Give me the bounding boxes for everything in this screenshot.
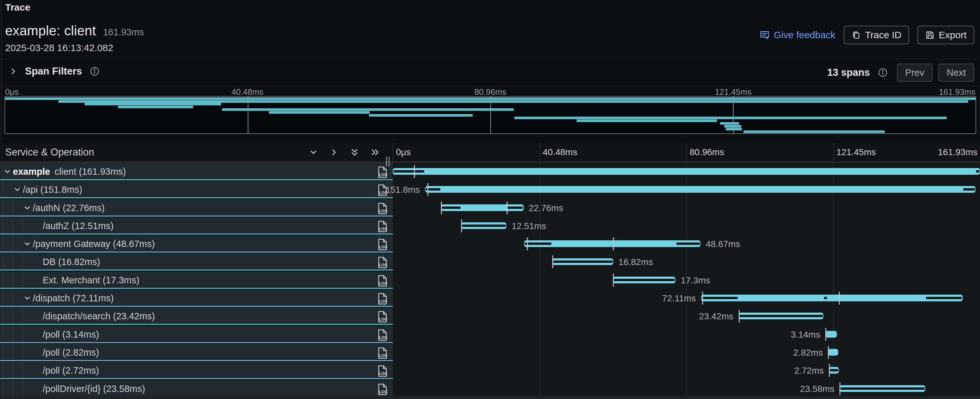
- span-timeline-cell[interactable]: 17.3ms: [393, 271, 980, 289]
- span-name-cell[interactable]: /poll (3.14ms)LOG: [0, 326, 393, 343]
- indent-guide: [13, 217, 13, 233]
- log-icon[interactable]: LOG: [377, 310, 388, 323]
- span-name-cell[interactable]: Ext. Merchant (17.3ms)LOG: [0, 271, 393, 289]
- indent-guide: [3, 217, 3, 233]
- trace-view: Trace example: client 161.93ms 2025-03-2…: [0, 0, 980, 399]
- span-bar[interactable]: [393, 168, 980, 175]
- log-icon[interactable]: LOG: [377, 292, 388, 305]
- collapse-chevron-icon[interactable]: [13, 185, 22, 194]
- span-duration-label: 16.82ms: [618, 257, 653, 267]
- span-bar[interactable]: [825, 331, 837, 338]
- critical-path-overlay: [553, 260, 612, 263]
- collapse-chevron-icon[interactable]: [23, 294, 32, 302]
- next-span-button[interactable]: Next: [938, 64, 974, 81]
- span-name-cell[interactable]: /dispatch/search (23.42ms)LOG: [0, 308, 393, 325]
- header-actions: Give feedback Trace ID Export: [759, 26, 974, 44]
- svg-text:LOG: LOG: [379, 389, 387, 394]
- span-timeline-cell[interactable]: 12.51ms: [393, 217, 980, 235]
- expand-all-icon[interactable]: [370, 147, 380, 157]
- svg-text:LOG: LOG: [379, 353, 387, 358]
- give-feedback-label: Give feedback: [774, 30, 835, 40]
- collapse-chevron-icon[interactable]: [23, 239, 32, 248]
- critical-path-overlay: [614, 279, 675, 281]
- log-icon[interactable]: LOG: [377, 365, 388, 377]
- span-timeline-cell[interactable]: 22.76ms: [393, 199, 980, 217]
- log-icon[interactable]: LOG: [377, 256, 388, 269]
- expand-one-icon[interactable]: [329, 147, 339, 157]
- span-name-cell[interactable]: /dispatch (72.11ms)LOG: [0, 289, 393, 307]
- span-filters-toggle[interactable]: Span Filters: [9, 65, 100, 77]
- span-name-cell[interactable]: /pollDriver/{id} (23.58ms)LOG: [0, 380, 393, 397]
- service-operation-title: Service & Operation: [5, 147, 94, 158]
- span-row[interactable]: /api (151.8ms)LOG151.8ms: [0, 181, 980, 199]
- span-name-cell[interactable]: /payment Gateway (48.67ms)LOG: [0, 235, 393, 252]
- minimap-tick-label: 0μs: [5, 87, 19, 97]
- log-icon[interactable]: LOG: [377, 329, 388, 342]
- span-timeline-cell[interactable]: 151.8ms: [393, 181, 980, 199]
- span-bar[interactable]: [425, 186, 976, 193]
- span-timeline-cell[interactable]: 2.72ms: [393, 362, 980, 380]
- collapse-all-icon[interactable]: [350, 147, 360, 157]
- span-timeline-cell[interactable]: [393, 163, 980, 181]
- collapse-chevron-icon[interactable]: [23, 204, 32, 212]
- span-name-cell[interactable]: /authZ (12.51ms)LOG: [0, 217, 393, 235]
- span-timeline-cell[interactable]: 16.82ms: [393, 253, 980, 271]
- export-button[interactable]: Export: [918, 26, 974, 44]
- span-row[interactable]: /dispatch/search (23.42ms)LOG23.42ms: [0, 308, 980, 326]
- log-icon[interactable]: LOG: [377, 383, 388, 396]
- span-row[interactable]: Ext. Merchant (17.3ms)LOG17.3ms: [0, 271, 980, 289]
- give-feedback-link[interactable]: Give feedback: [759, 30, 835, 40]
- span-timeline-cell[interactable]: 72.11ms: [393, 289, 980, 308]
- trace-duration: 161.93ms: [103, 27, 144, 38]
- span-name-cell[interactable]: /api (151.8ms)LOG: [0, 181, 393, 198]
- span-row[interactable]: /payment Gateway (48.67ms)LOG48.67ms: [0, 235, 980, 253]
- span-timeline-cell[interactable]: 23.58ms: [393, 380, 980, 398]
- indent-guide: [13, 308, 13, 324]
- span-row[interactable]: exampleclient (161.93ms)LOG: [0, 163, 980, 181]
- span-name-cell[interactable]: /poll (2.82ms)LOG: [0, 344, 393, 361]
- span-name-cell[interactable]: exampleclient (161.93ms)LOG: [0, 163, 393, 180]
- trace-id-label: Trace ID: [865, 30, 901, 40]
- indent-guide: [13, 326, 13, 342]
- span-event-tick: [828, 346, 829, 359]
- span-label: /poll (2.82ms): [43, 347, 99, 358]
- log-icon[interactable]: LOG: [377, 202, 388, 215]
- span-timeline-cell[interactable]: 3.14ms: [393, 326, 980, 344]
- trace-id-button[interactable]: Trace ID: [844, 26, 909, 44]
- span-timeline-cell[interactable]: 48.67ms: [393, 235, 980, 253]
- span-row[interactable]: /pollDriver/{id} (23.58ms)LOG23.58ms: [0, 380, 980, 398]
- span-row[interactable]: /poll (3.14ms)LOG3.14ms: [0, 326, 980, 344]
- svg-text:LOG: LOG: [379, 371, 387, 376]
- span-bar[interactable]: [828, 349, 838, 356]
- span-bar[interactable]: [701, 295, 963, 301]
- indent-guide: [13, 289, 13, 306]
- span-name-cell[interactable]: /poll (2.72ms)LOG: [0, 362, 393, 379]
- span-row[interactable]: /dispatch (72.11ms)LOG72.11ms: [0, 289, 980, 308]
- span-timeline-cell[interactable]: 23.42ms: [393, 308, 980, 326]
- log-icon[interactable]: LOG: [377, 238, 388, 251]
- trace-minimap[interactable]: [5, 96, 976, 134]
- span-row[interactable]: DB (16.82ms)LOG16.82ms: [0, 253, 980, 271]
- span-row[interactable]: /authZ (12.51ms)LOG12.51ms: [0, 217, 980, 235]
- log-icon[interactable]: LOG: [377, 275, 388, 287]
- span-row[interactable]: /authN (22.76ms)LOG22.76ms: [0, 199, 980, 217]
- span-name-cell[interactable]: /authN (22.76ms)LOG: [0, 199, 393, 217]
- column-resizer-handle[interactable]: [384, 154, 391, 169]
- timeline-header: 0μs40.48ms80.96ms121.45ms161.93ms: [393, 143, 980, 161]
- indent-guide: [3, 326, 3, 342]
- span-row[interactable]: /poll (2.72ms)LOG2.72ms: [0, 362, 980, 380]
- info-icon[interactable]: [878, 67, 888, 78]
- span-name-cell[interactable]: DB (16.82ms)LOG: [0, 253, 393, 270]
- prev-span-button[interactable]: Prev: [897, 64, 933, 81]
- span-row[interactable]: /poll (2.82ms)LOG2.82ms: [0, 344, 980, 362]
- collapse-chevron-icon[interactable]: [3, 168, 11, 176]
- log-icon[interactable]: LOG: [377, 220, 388, 233]
- indent-guide: [3, 253, 3, 270]
- info-icon[interactable]: [89, 66, 100, 77]
- span-label: /poll (3.14ms): [43, 329, 99, 340]
- log-icon[interactable]: LOG: [377, 346, 388, 359]
- collapse-one-icon[interactable]: [309, 147, 318, 157]
- horizontal-scrollbar[interactable]: [0, 396, 980, 399]
- critical-path-overlay: [702, 297, 738, 299]
- span-timeline-cell[interactable]: 2.82ms: [393, 344, 980, 362]
